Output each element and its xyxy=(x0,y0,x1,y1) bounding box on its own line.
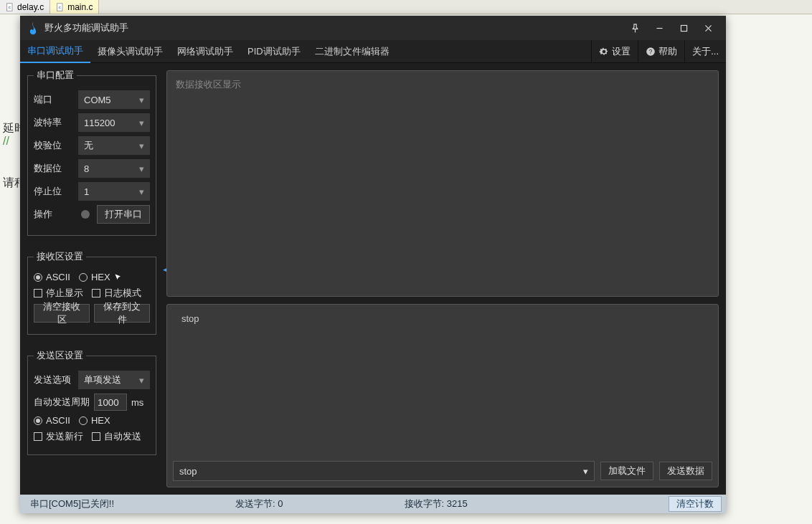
group-legend: 串口配置 xyxy=(34,69,77,82)
tab-pid[interactable]: PID调试助手 xyxy=(240,40,308,63)
save-file-button[interactable]: 保存到文件 xyxy=(94,304,150,323)
close-button[interactable] xyxy=(696,16,720,40)
group-legend: 发送区设置 xyxy=(34,349,86,362)
serial-config-group: 串口配置 端口 COM5▾ 波特率 115200▾ 校验位 无▾ 数据位 8▾ … xyxy=(27,69,156,236)
pin-icon[interactable] xyxy=(623,16,647,40)
titlebar: 野火多功能调试助手 xyxy=(20,16,726,40)
receive-pane[interactable]: 数据接收区显示 xyxy=(166,70,719,297)
status-dot-icon xyxy=(81,210,90,219)
svg-text:c: c xyxy=(9,5,11,9)
chevron-down-icon: ▾ xyxy=(583,466,588,477)
tab-serial[interactable]: 串口调试助手 xyxy=(20,40,90,63)
chevron-down-icon: ▾ xyxy=(139,375,144,386)
menubar: 串口调试助手 摄像头调试助手 网络调试助手 PID调试助手 二进制文件编辑器 设… xyxy=(20,40,726,63)
baud-select[interactable]: 115200▾ xyxy=(78,113,150,132)
databits-select[interactable]: 8▾ xyxy=(78,159,150,178)
help-button[interactable]: ?帮助 xyxy=(638,40,684,63)
gear-icon xyxy=(599,47,609,57)
send-ascii-radio[interactable]: ASCII xyxy=(34,415,70,426)
statusbar: 串口[COM5]已关闭!! 发送字节: 0 接收字节: 3215 清空计数 xyxy=(20,495,726,513)
debug-assistant-window: 野火多功能调试助手 串口调试助手 摄像头调试助手 网络调试助手 PID调试助手 … xyxy=(20,16,726,513)
ide-tab[interactable]: cdelay.c xyxy=(0,0,50,14)
app-icon xyxy=(26,21,40,35)
recv-config-group: 接收区设置 ASCII HEX 停止显示 日志模式 清空接收区 保存到文件 xyxy=(27,250,156,335)
open-port-button[interactable]: 打开串口 xyxy=(97,205,150,224)
send-hex-radio[interactable]: HEX xyxy=(79,415,110,426)
recv-hex-radio[interactable]: HEX xyxy=(79,272,123,282)
help-icon: ? xyxy=(646,47,656,57)
load-file-button[interactable]: 加载文件 xyxy=(600,462,653,480)
chevron-down-icon: ▾ xyxy=(139,186,144,197)
tab-camera[interactable]: 摄像头调试助手 xyxy=(90,40,170,63)
recv-placeholder: 数据接收区显示 xyxy=(167,71,718,98)
ide-tab[interactable]: cmain.c xyxy=(50,0,99,14)
sidebar: ◂ 串口配置 端口 COM5▾ 波特率 115200▾ 校验位 无▾ 数据位 8… xyxy=(20,63,164,495)
chevron-down-icon: ▾ xyxy=(139,163,144,174)
send-history[interactable]: stop xyxy=(173,308,712,459)
maximize-button[interactable] xyxy=(671,16,696,40)
status-recv: 接收字节: 3215 xyxy=(395,497,665,510)
log-mode-check[interactable]: 日志模式 xyxy=(92,287,141,300)
settings-button[interactable]: 设置 xyxy=(591,40,638,63)
app-title: 野火多功能调试助手 xyxy=(44,22,128,34)
svg-text:?: ? xyxy=(649,48,653,54)
auto-send-period-input[interactable] xyxy=(94,394,127,411)
main-area: 数据接收区显示 stop stop▾ 加载文件 发送数据 xyxy=(164,63,726,495)
about-button[interactable]: 关于... xyxy=(684,40,726,63)
send-pane: stop stop▾ 加载文件 发送数据 xyxy=(166,304,719,487)
parity-select[interactable]: 无▾ xyxy=(78,136,150,155)
ide-tab-bar: cdelay.c cmain.c xyxy=(0,0,812,14)
svg-rect-5 xyxy=(681,25,686,31)
send-newline-check[interactable]: 发送新行 xyxy=(34,430,83,443)
stopbits-select[interactable]: 1▾ xyxy=(78,182,150,201)
status-port: 串口[COM5]已关闭!! xyxy=(20,497,124,510)
status-sent: 发送字节: 0 xyxy=(124,497,395,510)
stop-display-check[interactable]: 停止显示 xyxy=(34,287,83,300)
auto-send-check[interactable]: 自动发送 xyxy=(92,430,141,443)
tab-binary[interactable]: 二进制文件编辑器 xyxy=(308,40,397,63)
send-data-button[interactable]: 发送数据 xyxy=(659,462,712,480)
port-select[interactable]: COM5▾ xyxy=(78,90,150,109)
send-input-combo[interactable]: stop▾ xyxy=(173,461,595,481)
clear-recv-button[interactable]: 清空接收区 xyxy=(34,304,90,323)
tab-network[interactable]: 网络调试助手 xyxy=(170,40,240,63)
minimize-button[interactable] xyxy=(647,16,671,40)
clear-count-button[interactable]: 清空计数 xyxy=(669,496,722,512)
chevron-down-icon: ▾ xyxy=(139,95,144,105)
chevron-down-icon: ▾ xyxy=(139,140,144,151)
recv-ascii-radio[interactable]: ASCII xyxy=(34,272,70,282)
send-config-group: 发送区设置 发送选项 单项发送▾ 自动发送周期 ms ASCII HEX 发送新… xyxy=(27,349,156,455)
send-option-select[interactable]: 单项发送▾ xyxy=(78,371,150,389)
cursor-icon xyxy=(114,273,123,282)
group-legend: 接收区设置 xyxy=(34,250,86,263)
svg-text:c: c xyxy=(59,5,61,9)
chevron-down-icon: ▾ xyxy=(139,118,144,128)
